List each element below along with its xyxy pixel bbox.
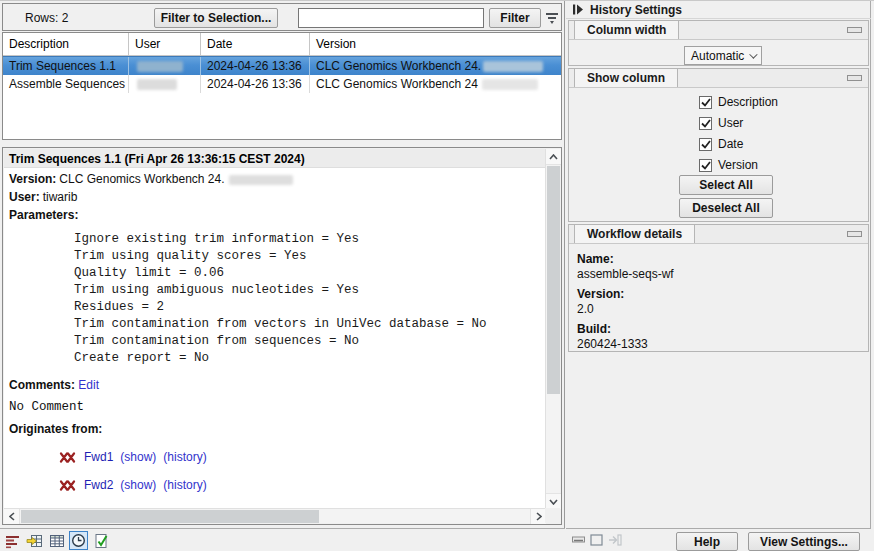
comment-text: No Comment	[4, 400, 546, 414]
chevron-down-icon	[749, 50, 757, 58]
collapse-section-icon[interactable]	[847, 75, 862, 81]
checkbox-checked-icon[interactable]	[699, 96, 712, 109]
sequence-icon	[59, 452, 77, 463]
checkbox-date[interactable]: Date	[699, 137, 743, 151]
version-line: Version:CLC Genomics Workbench 24.	[4, 173, 546, 186]
table-view-icon[interactable]	[47, 531, 66, 550]
origin-item: Fwd2 (show) (history)	[59, 478, 546, 492]
origin-name: Fwd1	[84, 450, 113, 464]
column-header-version[interactable]: Version	[310, 33, 561, 55]
filter-input[interactable]	[298, 8, 484, 28]
section-title: Column width	[574, 20, 679, 39]
deselect-all-button[interactable]: Deselect All	[679, 198, 773, 218]
show-link[interactable]: (show)	[120, 450, 156, 464]
edit-comments-link[interactable]: Edit	[78, 378, 99, 392]
summary-view-icon[interactable]	[3, 531, 22, 550]
history-panel: Rows: 2 Filter to Selection... Filter De…	[0, 1, 565, 551]
workflow-version-value: 2.0	[577, 302, 868, 317]
scroll-up-icon[interactable]	[546, 149, 561, 165]
scroll-down-icon[interactable]	[546, 493, 561, 509]
select-all-button[interactable]: Select All	[679, 175, 773, 195]
redacted-version-value	[482, 79, 538, 90]
scroll-left-icon[interactable]	[4, 509, 20, 524]
redacted-version-detail	[229, 175, 293, 185]
checkbox-version[interactable]: Version	[699, 158, 758, 172]
help-button[interactable]: Help	[676, 532, 738, 551]
collapse-section-icon[interactable]	[847, 231, 862, 237]
cell-date: 2024-04-26 13:36	[201, 57, 310, 75]
dropdown-value: Automatic	[691, 49, 744, 63]
settings-panel-header: History Settings	[566, 1, 871, 19]
workflow-name-label: Name:	[577, 252, 868, 267]
parameter-line: Trim using quality scores = Yes	[74, 248, 546, 265]
view-switcher-strip	[0, 528, 565, 551]
scrollbar-corner	[545, 508, 560, 523]
float-panel-icon[interactable]	[590, 534, 603, 546]
section-header: Column width	[569, 21, 868, 40]
table-export-view-icon[interactable]	[25, 531, 44, 550]
user-line: User:tiwarib	[4, 191, 546, 204]
column-width-section: Column width Automatic	[568, 20, 869, 66]
parameters-list: Ignore existing trim information = Yes T…	[74, 231, 546, 367]
checkbox-label: User	[718, 116, 743, 130]
history-view-icon[interactable]	[69, 531, 88, 550]
section-header: Workflow details	[569, 225, 868, 244]
column-width-dropdown[interactable]: Automatic	[684, 46, 762, 65]
cell-date: 2024-04-26 13:36	[201, 75, 310, 93]
redacted-version-value	[483, 61, 543, 72]
filter-to-selection-button[interactable]: Filter to Selection...	[154, 8, 278, 28]
checkbox-checked-icon[interactable]	[699, 138, 712, 151]
vertical-scrollbar-thumb[interactable]	[547, 166, 560, 394]
collapse-panel-icon[interactable]	[572, 4, 584, 15]
advanced-filter-icon[interactable]	[544, 10, 560, 26]
minimize-panel-icon[interactable]	[572, 534, 585, 544]
comments-line: Comments: Edit	[4, 378, 546, 392]
cell-version: CLC Genomics Workbench 24.	[310, 57, 561, 75]
workflow-name-value: assemble-seqs-wf	[577, 267, 868, 282]
settings-bottom-bar: Help View Settings...	[566, 528, 871, 551]
vertical-scrollbar[interactable]	[545, 149, 560, 509]
table-row[interactable]: Trim Sequences 1.1 2024-04-26 13:36 CLC …	[3, 56, 561, 75]
checkbox-label: Version	[718, 158, 758, 172]
checkbox-description[interactable]: Description	[699, 95, 778, 109]
origin-name: Fwd2	[84, 478, 113, 492]
rows-count-label: Rows: 2	[25, 11, 68, 25]
column-header-user[interactable]: User	[129, 33, 201, 55]
filter-button[interactable]: Filter	[489, 8, 541, 28]
checkbox-checked-icon[interactable]	[699, 117, 712, 130]
history-link[interactable]: (history)	[163, 450, 206, 464]
parameter-line: Ignore existing trim information = Yes	[74, 231, 546, 248]
history-table: Description User Date Version Trim Seque…	[2, 32, 562, 140]
workflow-details-section: Workflow details Name: assemble-seqs-wf …	[568, 224, 869, 352]
element-info-view-icon[interactable]	[91, 531, 110, 550]
horizontal-scrollbar[interactable]	[4, 508, 546, 523]
parameters-label: Parameters:	[4, 209, 546, 222]
checkbox-checked-icon[interactable]	[699, 159, 712, 172]
cell-description: Trim Sequences 1.1	[3, 57, 129, 75]
parameter-line: Quality limit = 0.06	[74, 265, 546, 282]
history-settings-panel: History Settings Column width Automatic …	[566, 1, 874, 551]
view-settings-button[interactable]: View Settings...	[748, 532, 860, 551]
sequence-icon	[59, 480, 77, 491]
cell-user	[129, 57, 201, 75]
cell-version: CLC Genomics Workbench 24	[310, 75, 561, 93]
workflow-build-value: 260424-1333	[577, 337, 868, 352]
table-header-row: Description User Date Version	[3, 33, 561, 56]
history-link[interactable]: (history)	[163, 478, 206, 492]
collapse-section-icon[interactable]	[847, 27, 862, 33]
scroll-right-icon[interactable]	[530, 509, 546, 524]
column-header-description[interactable]: Description	[3, 33, 129, 55]
history-toolbar: Rows: 2 Filter to Selection... Filter	[2, 3, 562, 31]
parameter-line: Trim contamination from vectors in UniVe…	[74, 316, 546, 333]
table-row[interactable]: Assemble Sequences 2024-04-26 13:36 CLC …	[3, 75, 561, 93]
column-header-date[interactable]: Date	[201, 33, 310, 55]
show-link[interactable]: (show)	[120, 478, 156, 492]
section-title: Show column	[574, 68, 678, 87]
show-column-section: Show column Description User Date	[568, 68, 869, 222]
history-entry-title: Trim Sequences 1.1 (Fri Apr 26 13:36:15 …	[4, 149, 546, 168]
redacted-user-value	[137, 79, 177, 90]
horizontal-scrollbar-thumb[interactable]	[21, 510, 319, 523]
originates-from-label: Originates from:	[4, 422, 546, 436]
checkbox-label: Date	[718, 137, 743, 151]
checkbox-user[interactable]: User	[699, 116, 743, 130]
